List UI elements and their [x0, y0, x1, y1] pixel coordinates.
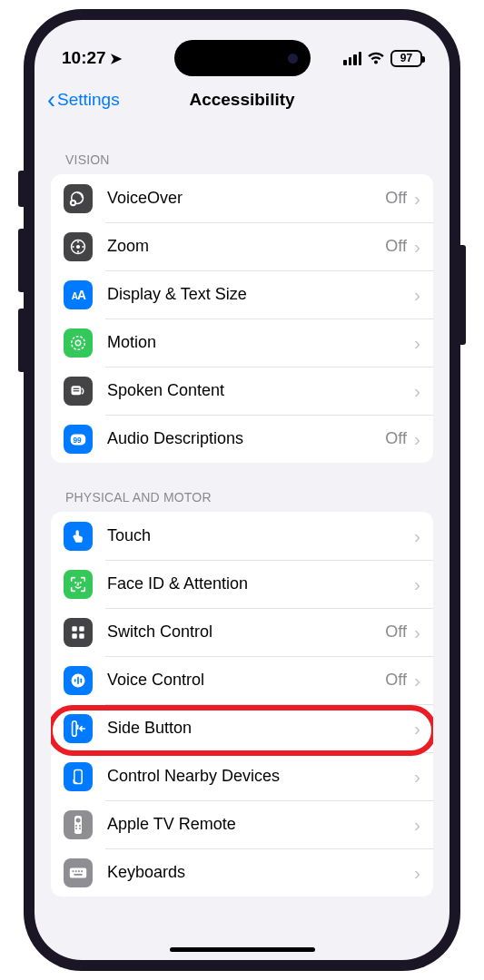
svg-rect-38 [73, 870, 74, 872]
row-switch-control[interactable]: Switch Control Off › [51, 608, 433, 656]
svg-rect-26 [77, 676, 79, 683]
settings-group-vision: VoiceOver Off › Zoom Off › AA Dis [51, 174, 433, 463]
svg-point-19 [80, 582, 82, 583]
motion-icon [64, 328, 93, 358]
row-status: Off [385, 189, 407, 208]
chevron-left-icon: ‹ [47, 93, 55, 107]
touch-icon [64, 522, 93, 551]
apple-tv-remote-icon [64, 810, 93, 839]
svg-rect-40 [78, 870, 80, 872]
svg-point-32 [76, 818, 81, 822]
svg-rect-13 [72, 386, 82, 395]
voice-control-icon [64, 666, 93, 695]
svg-point-11 [72, 336, 85, 349]
screen: 10:27 ➤ 97 ‹ Settings Accessibility VISI… [35, 20, 449, 960]
row-label: Spoken Content [107, 381, 414, 400]
svg-text:99: 99 [74, 436, 83, 444]
chevron-right-icon: › [414, 188, 420, 210]
svg-rect-23 [79, 633, 84, 638]
svg-point-33 [75, 825, 77, 827]
svg-rect-14 [74, 387, 80, 388]
row-status: Off [385, 622, 407, 642]
svg-rect-22 [72, 633, 76, 638]
text-size-icon: AA [64, 280, 93, 309]
row-keyboards[interactable]: Keyboards › [51, 848, 433, 897]
spoken-content-icon [64, 377, 93, 406]
svg-rect-39 [75, 870, 77, 872]
row-motion[interactable]: Motion › [51, 318, 433, 367]
side-button-icon [64, 714, 93, 743]
row-status: Off [385, 237, 407, 256]
keyboards-icon [64, 858, 93, 887]
dynamic-island [174, 40, 311, 76]
settings-group-physical: Touch › Face ID & Attention › Switch Con… [51, 512, 433, 897]
row-side-button[interactable]: Side Button › [51, 704, 433, 752]
back-label: Settings [57, 90, 120, 110]
svg-point-4 [76, 244, 80, 248]
row-label: Side Button [107, 719, 414, 738]
row-label: Apple TV Remote [107, 815, 414, 834]
svg-point-7 [73, 245, 74, 247]
chevron-right-icon: › [414, 814, 420, 836]
row-control-nearby-devices[interactable]: Control Nearby Devices › [51, 752, 433, 800]
row-label: Voice Control [107, 671, 385, 690]
svg-point-6 [77, 250, 79, 252]
chevron-right-icon: › [414, 862, 420, 884]
chevron-right-icon: › [414, 428, 420, 450]
svg-text:A: A [77, 288, 86, 301]
row-touch[interactable]: Touch › [51, 512, 433, 560]
chevron-right-icon: › [414, 525, 420, 547]
row-label: Zoom [107, 237, 385, 256]
chevron-right-icon: › [414, 380, 420, 402]
svg-rect-15 [74, 390, 80, 391]
voiceover-icon [64, 184, 93, 213]
svg-rect-21 [79, 626, 84, 631]
audio-descriptions-icon: 99 [64, 425, 93, 454]
row-label: Control Nearby Devices [107, 767, 414, 786]
row-spoken-content[interactable]: Spoken Content › [51, 367, 433, 415]
row-display-text-size[interactable]: AA Display & Text Size › [51, 270, 433, 318]
svg-rect-28 [73, 720, 77, 736]
location-icon: ➤ [110, 50, 122, 67]
row-apple-tv-remote[interactable]: Apple TV Remote › [51, 800, 433, 848]
row-audio-descriptions[interactable]: 99 Audio Descriptions Off › [51, 415, 433, 463]
svg-rect-25 [74, 679, 76, 681]
row-label: Motion [107, 333, 414, 352]
chevron-right-icon: › [414, 670, 420, 691]
svg-point-5 [77, 240, 79, 242]
chevron-right-icon: › [414, 573, 420, 595]
navigation-bar: ‹ Settings Accessibility [35, 80, 449, 125]
row-status: Off [385, 671, 407, 690]
chevron-right-icon: › [414, 718, 420, 740]
row-label: Face ID & Attention [107, 574, 414, 593]
chevron-right-icon: › [414, 284, 420, 306]
battery-icon: 97 [390, 50, 422, 67]
row-label: Switch Control [107, 622, 385, 642]
svg-point-35 [75, 828, 77, 829]
zoom-icon [64, 232, 93, 261]
svg-point-12 [75, 340, 81, 346]
row-zoom[interactable]: Zoom Off › [51, 222, 433, 270]
row-faceid-attention[interactable]: Face ID & Attention › [51, 560, 433, 608]
svg-rect-27 [81, 678, 83, 682]
side-button-hardware [460, 245, 466, 345]
phone-frame: 10:27 ➤ 97 ‹ Settings Accessibility VISI… [24, 9, 460, 971]
row-label: VoiceOver [107, 189, 385, 208]
back-button[interactable]: ‹ Settings [47, 90, 189, 110]
faceid-icon [64, 570, 93, 599]
content-area[interactable]: VISION VoiceOver Off › Zoom Off › [35, 125, 449, 960]
svg-point-8 [82, 245, 84, 247]
svg-rect-29 [77, 724, 79, 730]
svg-rect-2 [72, 201, 74, 204]
svg-point-34 [79, 825, 81, 827]
row-voiceover[interactable]: VoiceOver Off › [51, 174, 433, 222]
home-indicator[interactable] [170, 947, 315, 952]
svg-rect-30 [74, 769, 82, 783]
row-label: Display & Text Size [107, 285, 414, 304]
row-voice-control[interactable]: Voice Control Off › [51, 656, 433, 704]
cellular-signal-icon [343, 52, 361, 65]
row-label: Audio Descriptions [107, 429, 385, 448]
nearby-devices-icon [64, 762, 93, 791]
page-title: Accessibility [189, 90, 294, 110]
svg-rect-20 [72, 626, 76, 631]
